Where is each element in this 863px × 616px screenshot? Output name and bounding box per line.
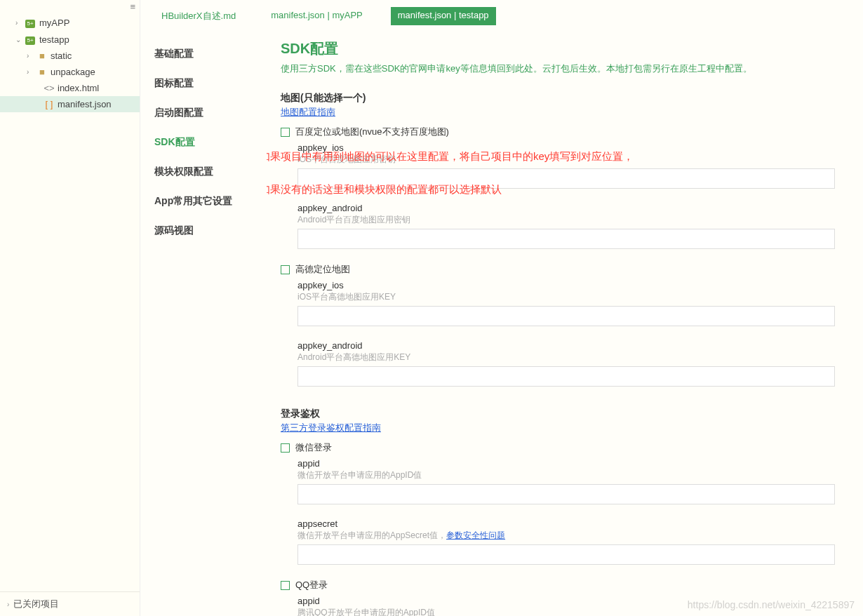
chevron-right-icon: › bbox=[7, 601, 9, 608]
tree-item-label: static bbox=[51, 51, 72, 61]
field-hint: 腾讯QQ开放平台申请应用的AppID值 bbox=[297, 607, 835, 616]
field-label: appkey_ios bbox=[297, 280, 835, 290]
closed-projects-row[interactable]: › 已关闭项目 bbox=[0, 591, 140, 616]
tree-item-label: unpackage bbox=[51, 67, 95, 77]
settings-nav-item[interactable]: 模块权限配置 bbox=[154, 157, 267, 187]
settings-nav-item[interactable]: SDK配置 bbox=[154, 128, 267, 157]
qq-check-row: QQ登录 bbox=[281, 579, 835, 591]
field-hint: Android平台百度地图应用密钥 bbox=[297, 214, 835, 226]
field-hint: 微信开放平台申请应用的AppSecret值，参数安全性问题 bbox=[297, 530, 835, 542]
gaode-ios-input[interactable] bbox=[297, 306, 835, 326]
qq-check-label: QQ登录 bbox=[295, 579, 328, 591]
baidu-android-field: appkey_android Android平台百度地图应用密钥 bbox=[297, 203, 835, 249]
settings-nav-item[interactable]: 启动图配置 bbox=[154, 98, 267, 128]
field-hint: iOS平台高德地图应用KEY bbox=[297, 291, 835, 303]
baidu-check-label: 百度定位或地图(nvue不支持百度地图) bbox=[295, 126, 449, 138]
chevron-icon: › bbox=[27, 68, 36, 76]
closed-projects-label: 已关闭项目 bbox=[13, 598, 59, 610]
baidu-checkbox[interactable] bbox=[281, 128, 290, 137]
tree-item[interactable]: ›■unpackage bbox=[0, 64, 140, 80]
page-title: SDK配置 bbox=[281, 39, 835, 58]
field-label: appkey_ios bbox=[297, 142, 835, 153]
auth-guide-link[interactable]: 第三方登录鉴权配置指南 bbox=[281, 422, 381, 434]
editor-tabs: HBuilderX自述.mdmanifest.json | myAPPmanif… bbox=[140, 0, 863, 25]
sidebar-menu-icon[interactable]: ≡ bbox=[130, 1, 135, 12]
tree-item-label: index.html bbox=[58, 83, 99, 93]
folder-icon: ■ bbox=[36, 51, 48, 61]
gaode-checkbox[interactable] bbox=[281, 265, 290, 274]
html-file-icon: <> bbox=[44, 83, 55, 93]
baidu-check-row: 百度定位或地图(nvue不支持百度地图) bbox=[281, 126, 835, 138]
editor-tab[interactable]: HBuilderX自述.md bbox=[154, 7, 243, 25]
secret-security-link[interactable]: 参数安全性问题 bbox=[446, 530, 505, 542]
project-icon: 5+ bbox=[25, 17, 36, 28]
wechat-appid-input[interactable] bbox=[297, 484, 835, 504]
settings-nav-item[interactable]: 基础配置 bbox=[154, 39, 267, 69]
config-body: SDK配置 使用三方SDK，需在这些SDK的官网申请key等信息填回到此处。云打… bbox=[267, 25, 863, 616]
settings-nav: 基础配置图标配置启动图配置SDK配置模块权限配置App常用其它设置源码视图 bbox=[140, 25, 267, 616]
field-label: appkey_android bbox=[297, 203, 835, 213]
wechat-check-row: 微信登录 bbox=[281, 441, 835, 454]
editor-area: HBuilderX自述.mdmanifest.json | myAPPmanif… bbox=[140, 0, 863, 616]
page-description: 使用三方SDK，需在这些SDK的官网申请key等信息填回到此处。云打包后生效。本… bbox=[281, 62, 835, 75]
baidu-ios-input[interactable] bbox=[297, 168, 835, 189]
wechat-check-label: 微信登录 bbox=[295, 441, 332, 454]
map-section: 地图(只能选择一个) 地图配置指南 百度定位或地图(nvue不支持百度地图) a… bbox=[281, 92, 835, 387]
auth-section-title: 登录鉴权 bbox=[281, 408, 835, 420]
secret-hint-prefix: 微信开放平台申请应用的AppSecret值， bbox=[297, 530, 446, 540]
baidu-android-input[interactable] bbox=[297, 229, 835, 249]
gaode-android-input[interactable] bbox=[297, 366, 835, 387]
qq-appid-field: appid 腾讯QQ开放平台申请应用的AppID值 bbox=[297, 596, 835, 616]
editor-tab[interactable]: manifest.json | myAPP bbox=[264, 7, 370, 25]
tree-item-label: manifest.json bbox=[58, 99, 112, 109]
map-section-title: 地图(只能选择一个) bbox=[281, 92, 835, 105]
chevron-icon: ⌄ bbox=[15, 36, 25, 43]
chevron-icon: › bbox=[27, 52, 36, 60]
chevron-icon: › bbox=[15, 19, 25, 27]
qq-checkbox[interactable] bbox=[281, 581, 290, 590]
auth-section: 登录鉴权 第三方登录鉴权配置指南 微信登录 appid 微信开放平台申请应用的A… bbox=[281, 408, 835, 616]
baidu-ios-field: appkey_ios iOS平台百度地图应用密钥 bbox=[297, 142, 835, 189]
tree-item[interactable]: ⌄5+testapp bbox=[0, 31, 140, 48]
tree-item[interactable]: ›5+myAPP bbox=[0, 14, 140, 31]
settings-nav-item[interactable]: App常用其它设置 bbox=[154, 187, 267, 216]
file-tree: ›5+myAPP⌄5+testapp›■static›■unpackage<>i… bbox=[0, 0, 140, 591]
field-hint: 微信开放平台申请应用的AppID值 bbox=[297, 469, 835, 481]
gaode-check-row: 高德定位地图 bbox=[281, 263, 835, 276]
tree-item-label: myAPP bbox=[39, 18, 69, 28]
tree-item[interactable]: ›■static bbox=[0, 48, 140, 64]
tree-item[interactable]: [ ]manifest.json bbox=[0, 96, 140, 112]
folder-icon: ■ bbox=[36, 67, 48, 77]
project-icon: 5+ bbox=[25, 34, 36, 45]
field-label: appsecret bbox=[297, 518, 835, 529]
gaode-check-label: 高德定位地图 bbox=[295, 263, 350, 276]
settings-nav-item[interactable]: 图标配置 bbox=[154, 69, 267, 98]
field-label: appid bbox=[297, 596, 835, 606]
gaode-ios-field: appkey_ios iOS平台高德地图应用KEY bbox=[297, 280, 835, 326]
settings-nav-item[interactable]: 源码视图 bbox=[154, 216, 267, 246]
content-wrap: 基础配置图标配置启动图配置SDK配置模块权限配置App常用其它设置源码视图 SD… bbox=[140, 25, 863, 616]
wechat-checkbox[interactable] bbox=[281, 443, 290, 453]
tree-item-label: testapp bbox=[39, 34, 69, 45]
field-label: appkey_android bbox=[297, 340, 835, 351]
tree-item[interactable]: <>index.html bbox=[0, 80, 140, 96]
editor-tab[interactable]: manifest.json | testapp bbox=[391, 7, 496, 25]
wechat-appid-field: appid 微信开放平台申请应用的AppID值 bbox=[297, 458, 835, 504]
wechat-secret-input[interactable] bbox=[297, 544, 835, 565]
wechat-secret-field: appsecret 微信开放平台申请应用的AppSecret值，参数安全性问题 bbox=[297, 518, 835, 565]
json-file-icon: [ ] bbox=[44, 99, 55, 109]
gaode-android-field: appkey_android Android平台高德地图应用KEY bbox=[297, 340, 835, 387]
file-tree-sidebar: ≡ ›5+myAPP⌄5+testapp›■static›■unpackage<… bbox=[0, 0, 140, 616]
map-guide-link[interactable]: 地图配置指南 bbox=[281, 106, 335, 119]
field-hint: iOS平台百度地图应用密钥 bbox=[297, 154, 835, 166]
field-hint: Android平台高德地图应用KEY bbox=[297, 351, 835, 363]
field-label: appid bbox=[297, 458, 835, 469]
